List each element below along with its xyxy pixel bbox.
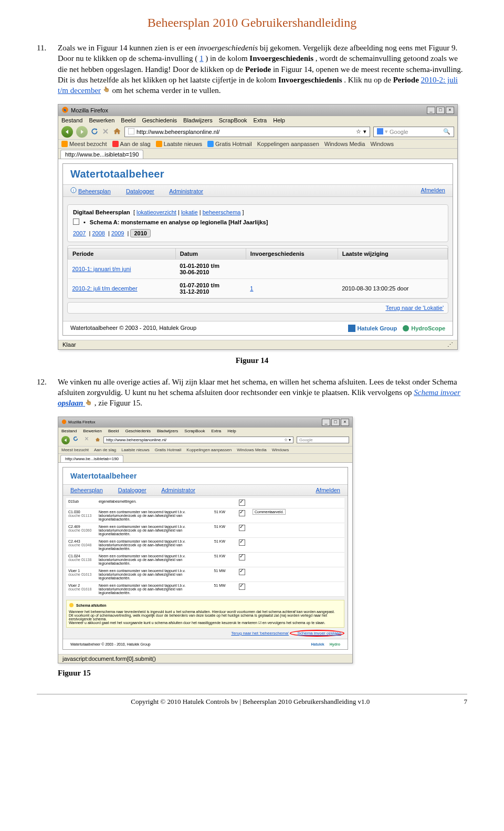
nav-administrator[interactable]: Administrator [169,188,203,194]
checkbox-cell[interactable] [234,552,250,567]
link-terug-beheerschema[interactable]: Terug naar het 'beheerschema' [231,631,289,636]
inv-link[interactable]: 1 [250,285,253,292]
menu-item[interactable]: Geschiedenis [142,117,177,123]
return-lokatie-link[interactable]: Terug naar de 'Lokatie' [385,305,444,311]
close-button[interactable]: × [446,107,454,114]
nav-link[interactable]: Beheersplan [70,487,103,493]
nav-datalogger[interactable]: Datalogger [126,188,154,194]
minimize-button[interactable]: _ [322,419,330,426]
menu-item[interactable]: ScrapBook [184,429,205,433]
back-button[interactable] [61,126,73,138]
breadcrumb-link[interactable]: lokatieoverzicht [136,209,176,215]
address-bar[interactable]: http://www.beheersplanonline.nl/ ☆ ▾ [124,127,370,137]
stop-button[interactable] [102,128,110,136]
menu-item[interactable]: Bladwijzers [157,429,178,433]
bookmark-item[interactable]: Windows Media [324,141,365,147]
bookmark-item[interactable]: Windows [370,141,394,147]
code-cell: Vloer 2douche 01618 [66,581,97,596]
menu-item[interactable]: Geschiedenis [125,429,150,433]
year-link[interactable]: 2007 [73,230,86,236]
search-go-icon[interactable]: 🔍 [443,128,450,135]
checkbox-cell[interactable] [234,523,250,537]
link-invulling-1[interactable]: 1 [200,54,204,63]
year-link[interactable]: 2008 [92,230,104,236]
brand-hatulek[interactable]: Hatulek [311,642,324,646]
menu-item[interactable]: Beeld [108,429,119,433]
menu-item[interactable]: Beeld [121,117,135,123]
text: om het schema verder in te vullen. [112,86,221,95]
menu-item[interactable]: ScrapBook [219,117,247,123]
nav-afmelden[interactable]: Afmelden [316,487,340,493]
year-selected[interactable]: 2010 [130,229,150,237]
browser-tab[interactable]: http://www.be...isibletab=190 [60,455,123,462]
bookmark-item[interactable]: Windows [272,448,289,452]
forward-button[interactable] [76,126,88,138]
breadcrumb-link[interactable]: beheerschema [203,209,241,215]
menu-item[interactable]: Bladwijzers [183,117,213,123]
periode-link[interactable]: 2010-2: juli t/m december [72,285,138,292]
bookmark-item[interactable]: Meest bezocht [69,141,107,147]
checkbox-cell[interactable] [234,537,250,552]
bookmark-item[interactable]: Laatste nieuws [121,448,149,452]
stop-button[interactable] [85,437,92,444]
bookmark-item[interactable]: Aan de slag [94,448,116,452]
menu-item[interactable]: Bestand [61,429,77,433]
year-link[interactable]: 2009 [111,230,124,236]
menu-item[interactable]: Help [227,429,236,433]
dropdown-icon[interactable]: ▾ [363,128,366,135]
maximize-button[interactable]: □ [331,419,340,426]
bookmark-item[interactable]: Meest bezocht [61,448,89,452]
bookmark-item[interactable]: Koppelingen aanpassen [186,448,232,452]
breadcrumb-link[interactable]: lokatie [181,209,198,215]
menu-item[interactable]: Help [273,117,285,123]
brand-hydroscope[interactable]: HydroScope [402,325,445,332]
svg-rect-2 [377,128,383,134]
close-button[interactable]: × [341,419,349,426]
reload-button[interactable] [91,128,99,136]
reload-button[interactable] [73,436,81,444]
checkbox-icon[interactable] [73,219,79,226]
nav-link[interactable]: Datalogger [118,487,146,493]
nav-beheersplan[interactable]: Beheersplan [78,188,111,194]
link-schema-opslaan[interactable]: Schema invoer opslaan [297,631,341,636]
app-nav: i Beheersplan Datalogger Administrator A… [63,184,453,197]
browser-tabs: http://www.be...isibletab=190 [58,454,352,463]
nav-link[interactable]: Administrator [161,487,195,493]
bookmark-item[interactable]: Gratis Hotmail [215,141,252,147]
periode-link[interactable]: 2010-1: januari t/m juni [72,266,131,272]
bookmark-item[interactable]: Aan de slag [120,141,151,147]
val-cell: 51 KW [206,508,234,523]
bookmark-item[interactable]: Laatste nieuws [164,141,202,147]
datum-text: 01-01-2010 t/m 30-06-2010 [180,263,219,275]
brand-hatulek[interactable]: Hatulek Group [348,325,397,332]
back-button[interactable] [61,436,70,444]
browser-tab[interactable]: http://www.be...isibletab=190 [60,150,143,159]
resize-grip-icon[interactable]: ⋰ [447,341,453,348]
menu-item[interactable]: Bewerken [83,429,102,433]
checkbox-cell[interactable] [234,581,250,596]
checkbox-cell[interactable] [234,498,250,508]
search-box[interactable]: Google [297,437,349,443]
browser-toolbar: http://www.beheersplanonline.nl/ ☆ ▾ Goo… [58,434,352,446]
menu-item[interactable]: Extra [254,117,267,123]
menu-item[interactable]: Extra [212,429,222,433]
home-icon[interactable] [95,437,100,443]
bookmark-item[interactable]: Windows Media [237,448,266,452]
maximize-button[interactable]: □ [436,107,445,114]
search-box[interactable]: ▾ Google 🔍 [373,127,454,137]
home-icon[interactable] [113,127,121,137]
checkbox-cell[interactable] [234,567,250,581]
menu-item[interactable]: Bestand [61,117,82,123]
star-icon[interactable]: ☆ [356,128,361,135]
nav-afmelden[interactable]: Afmelden [421,187,445,193]
brand-hydro[interactable]: Hydro [330,642,340,646]
bookmark-item[interactable]: Koppelingen aanpassen [257,141,319,147]
figure-15-caption: Figuur 15 [58,668,467,678]
address-bar[interactable]: http://www.beheersplanonline.nl/ ☆ ▾ [103,437,293,443]
checkbox-cell[interactable] [234,508,250,523]
note-cell [250,552,344,567]
bookmark-item[interactable]: Gratis Hotmail [155,448,182,452]
menu-item[interactable]: Bewerken [89,117,114,123]
minimize-button[interactable]: _ [427,107,435,114]
info-icon[interactable]: i [70,188,78,194]
